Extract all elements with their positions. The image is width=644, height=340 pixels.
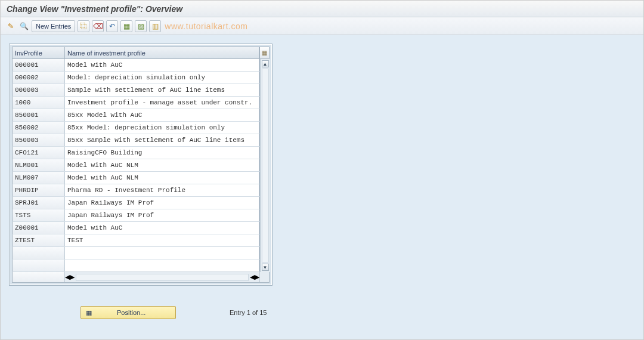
- scroll-right-end-icon[interactable]: ▶: [255, 273, 259, 281]
- cell-id[interactable]: SPRJ01: [13, 197, 65, 209]
- table-row[interactable]: CFO121 RaisingCFO Building: [12, 147, 260, 159]
- table-row-empty[interactable]: [12, 247, 260, 259]
- cell-id[interactable]: NLM001: [13, 159, 65, 171]
- table-rows: 000001 Model with AuC 000002 Model: depr…: [12, 59, 260, 272]
- table-row[interactable]: SPRJ01 Japan Railways IM Prof: [12, 197, 260, 209]
- content-area: InvProfile Name of investment profile ▦ …: [1, 35, 643, 340]
- horizontal-scrollbar[interactable]: ◀ ▶ ◀ ▶: [12, 272, 270, 283]
- cell-name[interactable]: 85xx Model: depreciation simulation only: [65, 122, 259, 134]
- table-body: 000001 Model with AuC 000002 Model: depr…: [12, 59, 270, 272]
- col-header-name[interactable]: Name of investment profile: [65, 47, 259, 58]
- scroll-down-icon[interactable]: ▼: [262, 264, 269, 271]
- cell-name[interactable]: TEST: [65, 234, 259, 246]
- table-grid: InvProfile Name of investment profile ▦ …: [9, 44, 273, 286]
- cell-name[interactable]: Model with AuC NLM: [65, 172, 259, 184]
- cell-id[interactable]: NLM007: [13, 172, 65, 184]
- cell-id[interactable]: TSTS: [13, 209, 65, 221]
- cell-name[interactable]: RaisingCFO Building: [65, 147, 259, 159]
- cell-id[interactable]: CFO121: [13, 147, 65, 159]
- table-row[interactable]: NLM001 Model with AuC NLM: [12, 159, 260, 172]
- position-button[interactable]: ▦ Position...: [80, 306, 176, 319]
- scroll-right-icon[interactable]: ▶: [70, 273, 75, 281]
- undo-icon[interactable]: ↶: [106, 20, 118, 32]
- table-row[interactable]: ZTEST TEST: [12, 234, 260, 247]
- title-bar: Change View "Investment profile": Overvi…: [1, 1, 643, 17]
- cell-id[interactable]: ZTEST: [13, 234, 65, 246]
- cell-id[interactable]: 850001: [13, 109, 65, 121]
- cell-name[interactable]: Model: depreciation simulation only: [65, 72, 259, 84]
- cell-id[interactable]: [13, 259, 65, 271]
- hscroll-corner: [259, 272, 269, 282]
- cell-id[interactable]: 850002: [13, 122, 65, 134]
- toolbar: ✎ 🔍 New Entries ⿻ ⌫ ↶ ▦ ▨ ▥ www.tutorial…: [1, 17, 643, 35]
- table-row[interactable]: 000002 Model: depreciation simulation on…: [12, 72, 260, 84]
- watermark-text: www.tutorialkart.com: [165, 21, 247, 31]
- print-icon[interactable]: ▥: [149, 20, 161, 32]
- table-row[interactable]: TSTS Japan Railways IM Prof: [12, 209, 260, 222]
- change-icon[interactable]: ✎: [5, 20, 16, 32]
- position-label: Position...: [117, 309, 145, 316]
- scroll-up-icon[interactable]: ▲: [262, 60, 269, 67]
- cell-name[interactable]: Sample with settlement of AuC line items: [65, 84, 259, 96]
- table-row[interactable]: 1000 Investment profile - manage asset u…: [12, 97, 260, 109]
- cell-name[interactable]: [65, 247, 259, 259]
- col-header-invprofile[interactable]: InvProfile: [13, 47, 65, 58]
- table-row[interactable]: Z00001 Model with AuC: [12, 222, 260, 234]
- new-entries-button[interactable]: New Entries: [32, 20, 75, 32]
- cell-id[interactable]: 000003: [13, 84, 65, 96]
- search-icon[interactable]: 🔍: [18, 20, 29, 32]
- entry-counter: Entry 1 of 15: [230, 309, 267, 316]
- page-title: Change View "Investment profile": Overvi…: [7, 4, 182, 14]
- cell-name[interactable]: Model with AuC NLM: [65, 159, 259, 171]
- scroll-left-icon[interactable]: ◀: [65, 273, 70, 281]
- select-all-icon[interactable]: ▦: [120, 20, 132, 32]
- cell-name[interactable]: 85xx Model with AuC: [65, 109, 259, 121]
- table-row[interactable]: PHRDIP Pharma RD - Investment Profile: [12, 184, 260, 197]
- column-settings-icon[interactable]: ▦: [259, 47, 269, 58]
- cell-name[interactable]: Investment profile - manage asset under …: [65, 97, 259, 109]
- table-row-empty[interactable]: [12, 259, 260, 272]
- table-header-row: InvProfile Name of investment profile ▦: [12, 47, 270, 59]
- position-icon: ▦: [85, 308, 93, 317]
- cell-id[interactable]: 1000: [13, 97, 65, 109]
- hscroll-spacer: [13, 272, 65, 282]
- scroll-left-end-icon[interactable]: ◀: [250, 273, 255, 281]
- vertical-scrollbar[interactable]: ▲ ▼: [260, 59, 270, 272]
- cell-id[interactable]: 000001: [13, 59, 65, 71]
- table-row[interactable]: 000001 Model with AuC: [12, 59, 260, 72]
- cell-id[interactable]: PHRDIP: [13, 184, 65, 196]
- table-row[interactable]: 000003 Sample with settlement of AuC lin…: [12, 84, 260, 97]
- cell-name[interactable]: Model with AuC: [65, 59, 259, 71]
- cell-name[interactable]: Japan Railways IM Prof: [65, 197, 259, 209]
- table-row[interactable]: 850002 85xx Model: depreciation simulati…: [12, 122, 260, 134]
- table-row[interactable]: 850001 85xx Model with AuC: [12, 109, 260, 122]
- cell-id[interactable]: 000002: [13, 72, 65, 84]
- delete-icon[interactable]: ⌫: [92, 20, 104, 32]
- cell-name[interactable]: [65, 259, 259, 271]
- cell-name[interactable]: Model with AuC: [65, 222, 259, 234]
- cell-name[interactable]: Japan Railways IM Prof: [65, 209, 259, 221]
- copy-icon[interactable]: ⿻: [78, 20, 89, 32]
- cell-name[interactable]: 85xx Sample with settlement of AuC line …: [65, 134, 259, 146]
- table-row[interactable]: NLM007 Model with AuC NLM: [12, 172, 260, 184]
- table-row[interactable]: 850003 85xx Sample with settlement of Au…: [12, 134, 260, 147]
- hscroll-track[interactable]: [76, 274, 249, 281]
- scroll-track[interactable]: [262, 69, 269, 262]
- footer-row: ▦ Position... Entry 1 of 15: [9, 306, 635, 319]
- cell-name[interactable]: Pharma RD - Investment Profile: [65, 184, 259, 196]
- cell-id[interactable]: [13, 247, 65, 259]
- cell-id[interactable]: Z00001: [13, 222, 65, 234]
- deselect-icon[interactable]: ▨: [135, 20, 147, 32]
- cell-id[interactable]: 850003: [13, 134, 65, 146]
